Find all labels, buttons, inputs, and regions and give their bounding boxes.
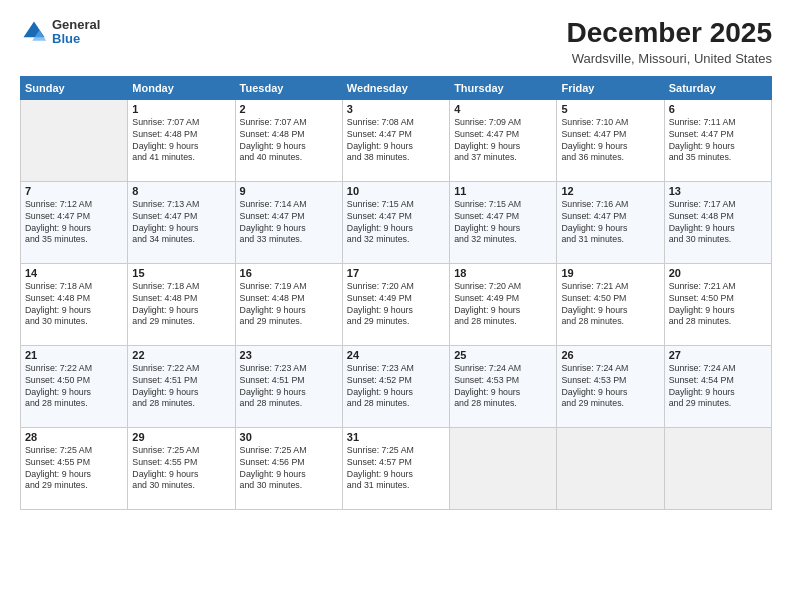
day-number: 12 [561,185,659,197]
col-monday: Monday [128,76,235,99]
day-number: 24 [347,349,445,361]
day-info: Sunrise: 7:07 AMSunset: 4:48 PMDaylight:… [240,117,338,165]
calendar-cell: 12Sunrise: 7:16 AMSunset: 4:47 PMDayligh… [557,181,664,263]
header-row: Sunday Monday Tuesday Wednesday Thursday… [21,76,772,99]
day-number: 20 [669,267,767,279]
calendar-cell: 24Sunrise: 7:23 AMSunset: 4:52 PMDayligh… [342,345,449,427]
calendar-cell [21,99,128,181]
day-info: Sunrise: 7:22 AMSunset: 4:51 PMDaylight:… [132,363,230,411]
header: General Blue December 2025 Wardsville, M… [20,18,772,66]
day-number: 1 [132,103,230,115]
day-info: Sunrise: 7:15 AMSunset: 4:47 PMDaylight:… [454,199,552,247]
logo-general: General [52,17,100,32]
calendar-week-1: 1Sunrise: 7:07 AMSunset: 4:48 PMDaylight… [21,99,772,181]
day-info: Sunrise: 7:20 AMSunset: 4:49 PMDaylight:… [347,281,445,329]
day-number: 7 [25,185,123,197]
calendar-table: Sunday Monday Tuesday Wednesday Thursday… [20,76,772,510]
day-info: Sunrise: 7:25 AMSunset: 4:57 PMDaylight:… [347,445,445,493]
calendar-cell: 9Sunrise: 7:14 AMSunset: 4:47 PMDaylight… [235,181,342,263]
day-info: Sunrise: 7:25 AMSunset: 4:55 PMDaylight:… [25,445,123,493]
day-info: Sunrise: 7:18 AMSunset: 4:48 PMDaylight:… [25,281,123,329]
calendar-cell: 11Sunrise: 7:15 AMSunset: 4:47 PMDayligh… [450,181,557,263]
calendar-cell [664,427,771,509]
col-friday: Friday [557,76,664,99]
calendar-cell: 5Sunrise: 7:10 AMSunset: 4:47 PMDaylight… [557,99,664,181]
day-number: 21 [25,349,123,361]
calendar-cell: 22Sunrise: 7:22 AMSunset: 4:51 PMDayligh… [128,345,235,427]
title-block: December 2025 Wardsville, Missouri, Unit… [567,18,772,66]
day-info: Sunrise: 7:14 AMSunset: 4:47 PMDaylight:… [240,199,338,247]
calendar-week-4: 21Sunrise: 7:22 AMSunset: 4:50 PMDayligh… [21,345,772,427]
calendar-cell: 20Sunrise: 7:21 AMSunset: 4:50 PMDayligh… [664,263,771,345]
month-title: December 2025 [567,18,772,49]
location: Wardsville, Missouri, United States [567,51,772,66]
day-number: 30 [240,431,338,443]
calendar-header: Sunday Monday Tuesday Wednesday Thursday… [21,76,772,99]
calendar-cell: 15Sunrise: 7:18 AMSunset: 4:48 PMDayligh… [128,263,235,345]
calendar-cell: 19Sunrise: 7:21 AMSunset: 4:50 PMDayligh… [557,263,664,345]
day-info: Sunrise: 7:24 AMSunset: 4:53 PMDaylight:… [561,363,659,411]
day-number: 2 [240,103,338,115]
calendar-cell: 8Sunrise: 7:13 AMSunset: 4:47 PMDaylight… [128,181,235,263]
day-number: 13 [669,185,767,197]
calendar-cell: 7Sunrise: 7:12 AMSunset: 4:47 PMDaylight… [21,181,128,263]
day-info: Sunrise: 7:25 AMSunset: 4:56 PMDaylight:… [240,445,338,493]
day-info: Sunrise: 7:24 AMSunset: 4:54 PMDaylight:… [669,363,767,411]
day-info: Sunrise: 7:12 AMSunset: 4:47 PMDaylight:… [25,199,123,247]
col-saturday: Saturday [664,76,771,99]
calendar-cell: 1Sunrise: 7:07 AMSunset: 4:48 PMDaylight… [128,99,235,181]
logo: General Blue [20,18,100,47]
day-number: 19 [561,267,659,279]
day-number: 4 [454,103,552,115]
day-number: 27 [669,349,767,361]
day-number: 16 [240,267,338,279]
calendar-cell: 27Sunrise: 7:24 AMSunset: 4:54 PMDayligh… [664,345,771,427]
calendar-cell: 31Sunrise: 7:25 AMSunset: 4:57 PMDayligh… [342,427,449,509]
day-number: 31 [347,431,445,443]
calendar-cell: 6Sunrise: 7:11 AMSunset: 4:47 PMDaylight… [664,99,771,181]
day-info: Sunrise: 7:11 AMSunset: 4:47 PMDaylight:… [669,117,767,165]
day-number: 10 [347,185,445,197]
day-info: Sunrise: 7:15 AMSunset: 4:47 PMDaylight:… [347,199,445,247]
calendar-week-3: 14Sunrise: 7:18 AMSunset: 4:48 PMDayligh… [21,263,772,345]
day-info: Sunrise: 7:21 AMSunset: 4:50 PMDaylight:… [669,281,767,329]
col-sunday: Sunday [21,76,128,99]
day-info: Sunrise: 7:10 AMSunset: 4:47 PMDaylight:… [561,117,659,165]
col-wednesday: Wednesday [342,76,449,99]
day-info: Sunrise: 7:16 AMSunset: 4:47 PMDaylight:… [561,199,659,247]
day-number: 6 [669,103,767,115]
day-info: Sunrise: 7:17 AMSunset: 4:48 PMDaylight:… [669,199,767,247]
calendar-cell: 23Sunrise: 7:23 AMSunset: 4:51 PMDayligh… [235,345,342,427]
day-number: 17 [347,267,445,279]
day-info: Sunrise: 7:19 AMSunset: 4:48 PMDaylight:… [240,281,338,329]
day-number: 14 [25,267,123,279]
calendar-cell: 13Sunrise: 7:17 AMSunset: 4:48 PMDayligh… [664,181,771,263]
calendar-cell: 4Sunrise: 7:09 AMSunset: 4:47 PMDaylight… [450,99,557,181]
day-info: Sunrise: 7:23 AMSunset: 4:51 PMDaylight:… [240,363,338,411]
day-info: Sunrise: 7:09 AMSunset: 4:47 PMDaylight:… [454,117,552,165]
calendar-week-2: 7Sunrise: 7:12 AMSunset: 4:47 PMDaylight… [21,181,772,263]
logo-blue: Blue [52,31,80,46]
day-number: 18 [454,267,552,279]
day-info: Sunrise: 7:20 AMSunset: 4:49 PMDaylight:… [454,281,552,329]
calendar-cell [557,427,664,509]
day-info: Sunrise: 7:18 AMSunset: 4:48 PMDaylight:… [132,281,230,329]
day-info: Sunrise: 7:13 AMSunset: 4:47 PMDaylight:… [132,199,230,247]
calendar-cell: 25Sunrise: 7:24 AMSunset: 4:53 PMDayligh… [450,345,557,427]
day-number: 29 [132,431,230,443]
day-info: Sunrise: 7:25 AMSunset: 4:55 PMDaylight:… [132,445,230,493]
logo-icon [20,18,48,46]
day-info: Sunrise: 7:24 AMSunset: 4:53 PMDaylight:… [454,363,552,411]
calendar-cell: 14Sunrise: 7:18 AMSunset: 4:48 PMDayligh… [21,263,128,345]
day-info: Sunrise: 7:07 AMSunset: 4:48 PMDaylight:… [132,117,230,165]
calendar-body: 1Sunrise: 7:07 AMSunset: 4:48 PMDaylight… [21,99,772,509]
day-number: 22 [132,349,230,361]
page: General Blue December 2025 Wardsville, M… [0,0,792,612]
calendar-week-5: 28Sunrise: 7:25 AMSunset: 4:55 PMDayligh… [21,427,772,509]
calendar-cell: 16Sunrise: 7:19 AMSunset: 4:48 PMDayligh… [235,263,342,345]
day-info: Sunrise: 7:21 AMSunset: 4:50 PMDaylight:… [561,281,659,329]
col-tuesday: Tuesday [235,76,342,99]
calendar-cell: 18Sunrise: 7:20 AMSunset: 4:49 PMDayligh… [450,263,557,345]
day-number: 9 [240,185,338,197]
day-number: 25 [454,349,552,361]
